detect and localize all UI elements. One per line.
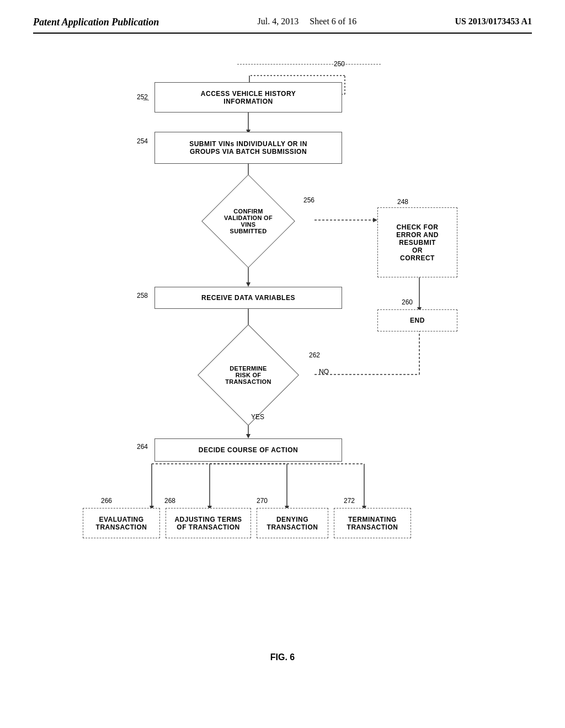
box-270-text: DENYINGTRANSACTION: [267, 516, 318, 531]
publication-title: Patent Application Publication: [33, 17, 159, 28]
page-header: Patent Application Publication Jul. 4, 2…: [33, 17, 532, 34]
diamond-256-container: CONFIRMVALIDATION OF VINSSUBMITTED: [188, 189, 309, 253]
flowchart-diagram: 250 252 ACCESS VEHICLE HISTORYINFORMATIO…: [33, 45, 532, 668]
label-262: 262: [309, 351, 320, 359]
box-266-text: EVALUATINGTRANSACTION: [96, 516, 147, 531]
header-center: Jul. 4, 2013 Sheet 6 of 16: [258, 17, 357, 26]
label-254: 254: [137, 137, 148, 145]
label-268: 268: [164, 497, 175, 505]
box-260-text: END: [410, 317, 425, 324]
svg-marker-5: [373, 218, 377, 222]
patent-number: US 2013/0173453 A1: [455, 17, 532, 26]
diamond-262-text: DETERMINERISK OF TRANSACTION: [225, 365, 271, 385]
bracket-250: [237, 64, 381, 65]
box-248: CHECK FORERROR ANDRESUBMITORCORRECT: [377, 207, 457, 277]
label-no: NO: [319, 368, 329, 376]
label-270: 270: [257, 497, 268, 505]
box-258: RECEIVE DATA VARIABLES: [154, 287, 342, 309]
label-264: 264: [137, 443, 148, 451]
box-264: DECIDE COURSE OF ACTION: [154, 438, 342, 462]
svg-marker-16: [246, 434, 250, 438]
box-254-text: SUBMIT VINs INDIVIDUALLY OR INGROUPS VIA…: [189, 140, 307, 156]
box-260: END: [377, 309, 457, 331]
label-yes: YES: [251, 413, 264, 421]
sheet-info: Sheet 6 of 16: [310, 17, 356, 26]
box-258-text: RECEIVE DATA VARIABLES: [201, 294, 295, 302]
diamond-262-container: DETERMINERISK OF TRANSACTION: [182, 342, 315, 408]
label-248: 248: [397, 198, 408, 206]
box-254: SUBMIT VINs INDIVIDUALLY OR INGROUPS VIA…: [154, 132, 342, 164]
page: Patent Application Publication Jul. 4, 2…: [0, 0, 565, 728]
connector-252: [143, 100, 149, 100]
box-272: TERMINATINGTRANSACTION: [334, 508, 411, 538]
box-268-text: ADJUSTING TERMSOF TRANSACTION: [174, 516, 242, 531]
svg-marker-9: [246, 282, 250, 287]
label-258: 258: [137, 292, 148, 299]
box-270: DENYINGTRANSACTION: [257, 508, 328, 538]
label-260: 260: [402, 298, 413, 306]
box-252: ACCESS VEHICLE HISTORYINFORMATION: [154, 82, 342, 113]
label-256: 256: [303, 196, 315, 204]
label-266: 266: [101, 497, 112, 505]
box-264-text: DECIDE COURSE OF ACTION: [199, 446, 298, 454]
box-252-text: ACCESS VEHICLE HISTORYINFORMATION: [201, 90, 296, 105]
box-266: EVALUATINGTRANSACTION: [83, 508, 160, 538]
label-272: 272: [344, 497, 355, 505]
box-248-text: CHECK FORERROR ANDRESUBMITORCORRECT: [396, 223, 439, 262]
box-272-text: TERMINATINGTRANSACTION: [347, 516, 398, 531]
publication-date: Jul. 4, 2013: [258, 17, 299, 26]
box-268: ADJUSTING TERMSOF TRANSACTION: [166, 508, 251, 538]
figure-caption: FIG. 6: [33, 652, 532, 662]
diamond-256-text: CONFIRMVALIDATION OF VINSSUBMITTED: [224, 208, 273, 234]
